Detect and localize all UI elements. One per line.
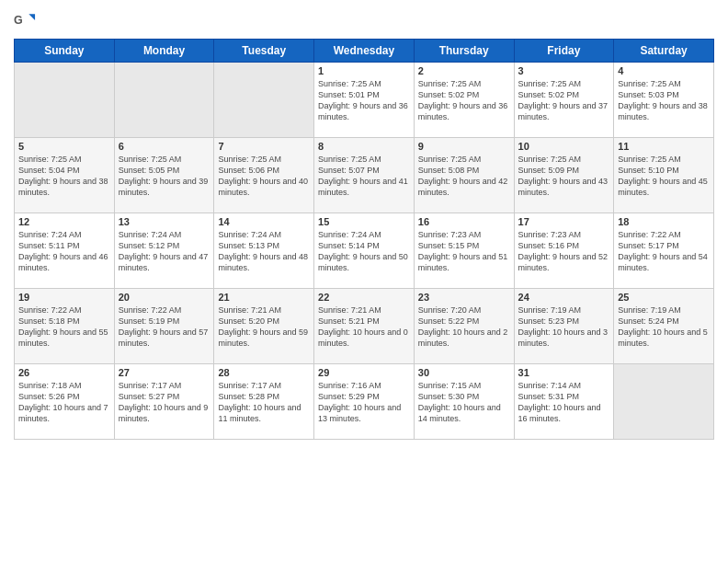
calendar-cell: 25Sunrise: 7:19 AM Sunset: 5:24 PM Dayli…: [614, 289, 714, 364]
calendar-cell: 28Sunrise: 7:17 AM Sunset: 5:28 PM Dayli…: [214, 364, 314, 440]
calendar-cell: 11Sunrise: 7:25 AM Sunset: 5:10 PM Dayli…: [614, 138, 714, 213]
day-info: Sunrise: 7:18 AM Sunset: 5:26 PM Dayligh…: [18, 380, 110, 425]
calendar-cell: 29Sunrise: 7:16 AM Sunset: 5:29 PM Dayli…: [314, 364, 415, 440]
day-info: Sunrise: 7:19 AM Sunset: 5:23 PM Dayligh…: [518, 304, 610, 350]
calendar-cell: 21Sunrise: 7:21 AM Sunset: 5:20 PM Dayli…: [214, 289, 314, 364]
logo: G: [14, 9, 38, 31]
calendar-cell: 8Sunrise: 7:25 AM Sunset: 5:07 PM Daylig…: [314, 138, 415, 213]
day-info: Sunrise: 7:22 AM Sunset: 5:19 PM Dayligh…: [119, 304, 210, 350]
day-number: 14: [218, 216, 310, 227]
calendar-cell: 31Sunrise: 7:14 AM Sunset: 5:31 PM Dayli…: [514, 364, 614, 440]
weekday-header-monday: Monday: [114, 40, 214, 63]
calendar-cell: 13Sunrise: 7:24 AM Sunset: 5:12 PM Dayli…: [114, 213, 214, 289]
calendar-cell: [614, 364, 714, 440]
day-number: 16: [418, 216, 510, 227]
day-number: 25: [618, 292, 710, 303]
day-info: Sunrise: 7:20 AM Sunset: 5:22 PM Dayligh…: [418, 304, 510, 350]
day-number: 11: [618, 141, 710, 152]
day-info: Sunrise: 7:17 AM Sunset: 5:28 PM Dayligh…: [218, 380, 310, 425]
weekday-header-thursday: Thursday: [414, 40, 514, 63]
day-number: 3: [518, 65, 610, 76]
calendar-cell: 16Sunrise: 7:23 AM Sunset: 5:15 PM Dayli…: [414, 213, 514, 289]
header: G: [14, 9, 714, 31]
day-number: 9: [418, 141, 510, 152]
weekday-header-saturday: Saturday: [614, 40, 714, 63]
day-number: 4: [618, 65, 710, 76]
calendar-cell: [114, 63, 214, 138]
day-info: Sunrise: 7:14 AM Sunset: 5:31 PM Dayligh…: [518, 380, 610, 425]
calendar-cell: 10Sunrise: 7:25 AM Sunset: 5:09 PM Dayli…: [514, 138, 614, 213]
day-info: Sunrise: 7:25 AM Sunset: 5:07 PM Dayligh…: [318, 154, 410, 199]
day-number: 31: [518, 367, 610, 378]
calendar-cell: 27Sunrise: 7:17 AM Sunset: 5:27 PM Dayli…: [114, 364, 214, 440]
day-info: Sunrise: 7:24 AM Sunset: 5:11 PM Dayligh…: [18, 229, 110, 274]
day-number: 2: [418, 65, 510, 76]
calendar-cell: [15, 63, 115, 138]
calendar-cell: 15Sunrise: 7:24 AM Sunset: 5:14 PM Dayli…: [314, 213, 415, 289]
day-number: 8: [318, 141, 410, 152]
day-info: Sunrise: 7:15 AM Sunset: 5:30 PM Dayligh…: [418, 380, 510, 425]
day-info: Sunrise: 7:19 AM Sunset: 5:24 PM Dayligh…: [618, 304, 710, 350]
day-info: Sunrise: 7:22 AM Sunset: 5:18 PM Dayligh…: [18, 304, 110, 350]
day-number: 17: [518, 216, 610, 227]
day-info: Sunrise: 7:23 AM Sunset: 5:15 PM Dayligh…: [418, 229, 510, 274]
calendar-week-4: 26Sunrise: 7:18 AM Sunset: 5:26 PM Dayli…: [15, 364, 714, 440]
calendar-cell: 4Sunrise: 7:25 AM Sunset: 5:03 PM Daylig…: [614, 63, 714, 138]
day-number: 26: [18, 367, 110, 378]
day-number: 19: [18, 292, 110, 303]
day-info: Sunrise: 7:17 AM Sunset: 5:27 PM Dayligh…: [119, 380, 210, 425]
day-number: 29: [318, 367, 410, 378]
calendar-cell: 14Sunrise: 7:24 AM Sunset: 5:13 PM Dayli…: [214, 213, 314, 289]
day-info: Sunrise: 7:24 AM Sunset: 5:14 PM Dayligh…: [318, 229, 410, 274]
day-info: Sunrise: 7:24 AM Sunset: 5:13 PM Dayligh…: [218, 229, 310, 274]
day-number: 6: [119, 141, 210, 152]
calendar-cell: 26Sunrise: 7:18 AM Sunset: 5:26 PM Dayli…: [15, 364, 115, 440]
day-info: Sunrise: 7:25 AM Sunset: 5:06 PM Dayligh…: [218, 154, 310, 199]
weekday-header-row: SundayMondayTuesdayWednesdayThursdayFrid…: [15, 40, 714, 63]
day-number: 10: [518, 141, 610, 152]
day-info: Sunrise: 7:25 AM Sunset: 5:02 PM Dayligh…: [518, 78, 610, 123]
day-info: Sunrise: 7:25 AM Sunset: 5:09 PM Dayligh…: [518, 154, 610, 199]
day-info: Sunrise: 7:21 AM Sunset: 5:20 PM Dayligh…: [218, 304, 310, 350]
calendar-cell: 23Sunrise: 7:20 AM Sunset: 5:22 PM Dayli…: [414, 289, 514, 364]
day-info: Sunrise: 7:24 AM Sunset: 5:12 PM Dayligh…: [119, 229, 210, 274]
page: G SundayMondayTuesdayWednesdayThursdayFr…: [0, 0, 728, 563]
svg-marker-1: [28, 14, 35, 20]
calendar-cell: 22Sunrise: 7:21 AM Sunset: 5:21 PM Dayli…: [314, 289, 415, 364]
calendar-cell: 1Sunrise: 7:25 AM Sunset: 5:01 PM Daylig…: [314, 63, 415, 138]
calendar-week-0: 1Sunrise: 7:25 AM Sunset: 5:01 PM Daylig…: [15, 63, 714, 138]
day-info: Sunrise: 7:21 AM Sunset: 5:21 PM Dayligh…: [318, 304, 410, 350]
weekday-header-tuesday: Tuesday: [214, 40, 314, 63]
day-number: 1: [318, 65, 410, 76]
calendar-cell: 7Sunrise: 7:25 AM Sunset: 5:06 PM Daylig…: [214, 138, 314, 213]
calendar-cell: 19Sunrise: 7:22 AM Sunset: 5:18 PM Dayli…: [15, 289, 115, 364]
svg-text:G: G: [14, 14, 23, 27]
day-number: 13: [119, 216, 210, 227]
day-info: Sunrise: 7:25 AM Sunset: 5:05 PM Dayligh…: [119, 154, 210, 199]
weekday-header-sunday: Sunday: [15, 40, 115, 63]
day-number: 22: [318, 292, 410, 303]
calendar-cell: 6Sunrise: 7:25 AM Sunset: 5:05 PM Daylig…: [114, 138, 214, 213]
calendar-cell: 24Sunrise: 7:19 AM Sunset: 5:23 PM Dayli…: [514, 289, 614, 364]
weekday-header-friday: Friday: [514, 40, 614, 63]
calendar-cell: 2Sunrise: 7:25 AM Sunset: 5:02 PM Daylig…: [414, 63, 514, 138]
calendar-week-3: 19Sunrise: 7:22 AM Sunset: 5:18 PM Dayli…: [15, 289, 714, 364]
day-number: 15: [318, 216, 410, 227]
calendar-cell: 9Sunrise: 7:25 AM Sunset: 5:08 PM Daylig…: [414, 138, 514, 213]
day-number: 5: [18, 141, 110, 152]
day-number: 23: [418, 292, 510, 303]
calendar-cell: 3Sunrise: 7:25 AM Sunset: 5:02 PM Daylig…: [514, 63, 614, 138]
day-info: Sunrise: 7:25 AM Sunset: 5:10 PM Dayligh…: [618, 154, 710, 199]
day-info: Sunrise: 7:16 AM Sunset: 5:29 PM Dayligh…: [318, 380, 410, 425]
calendar-cell: 18Sunrise: 7:22 AM Sunset: 5:17 PM Dayli…: [614, 213, 714, 289]
day-info: Sunrise: 7:25 AM Sunset: 5:03 PM Dayligh…: [618, 78, 710, 123]
day-info: Sunrise: 7:25 AM Sunset: 5:01 PM Dayligh…: [318, 78, 410, 123]
day-number: 7: [218, 141, 310, 152]
day-number: 28: [218, 367, 310, 378]
calendar-cell: 30Sunrise: 7:15 AM Sunset: 5:30 PM Dayli…: [414, 364, 514, 440]
day-info: Sunrise: 7:23 AM Sunset: 5:16 PM Dayligh…: [518, 229, 610, 274]
calendar-body: 1Sunrise: 7:25 AM Sunset: 5:01 PM Daylig…: [15, 63, 714, 440]
day-info: Sunrise: 7:25 AM Sunset: 5:04 PM Dayligh…: [18, 154, 110, 199]
day-number: 21: [218, 292, 310, 303]
calendar-header: SundayMondayTuesdayWednesdayThursdayFrid…: [15, 40, 714, 63]
